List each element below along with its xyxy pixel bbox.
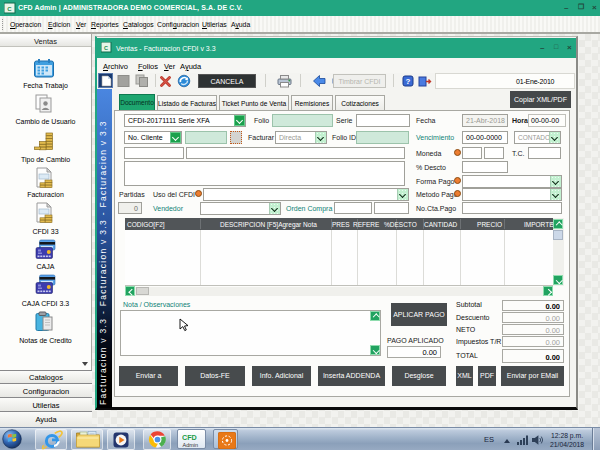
- svg-text:C: C: [104, 45, 108, 51]
- svg-text:?: ?: [406, 77, 411, 86]
- svg-text:C: C: [7, 6, 12, 12]
